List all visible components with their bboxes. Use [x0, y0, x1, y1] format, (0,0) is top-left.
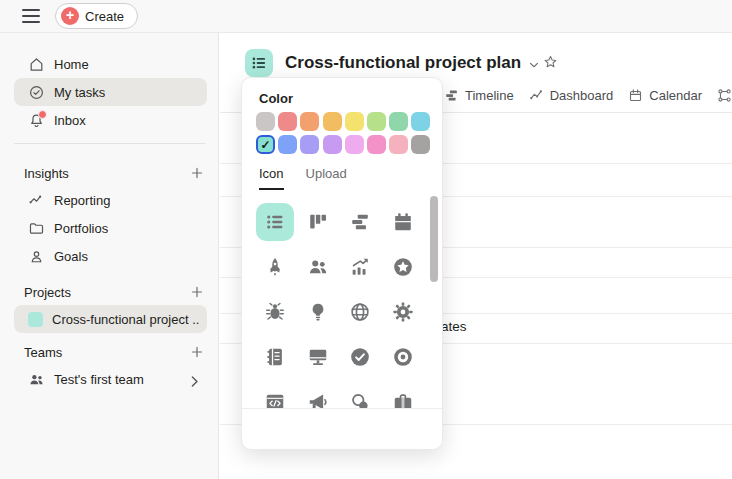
popup-tab-icon[interactable]: Icon — [259, 166, 284, 190]
star-icon — [542, 54, 559, 71]
project-icon-option-notebook[interactable] — [256, 338, 294, 376]
project-icon-option-target[interactable] — [384, 338, 422, 376]
project-icon-option-bug[interactable] — [256, 293, 294, 331]
add-teams-button[interactable] — [189, 344, 205, 360]
megaphone-icon — [307, 391, 329, 408]
plus-icon — [189, 284, 205, 300]
project-icon-option-rocket[interactable] — [256, 248, 294, 286]
color-swatch-grid: ✓ — [256, 112, 430, 154]
sidebar-item-label: My tasks — [54, 85, 105, 100]
project-icon-button[interactable] — [245, 49, 273, 77]
color-swatch-yellow[interactable] — [345, 112, 364, 131]
topbar: + Create — [0, 0, 732, 33]
project-icon-option-chart-growth[interactable] — [341, 248, 379, 286]
sidebar-item-portfolios[interactable]: Portfolios — [14, 214, 207, 242]
favorite-star-button[interactable] — [542, 54, 559, 71]
color-swatch-purple[interactable] — [323, 135, 342, 154]
plus-icon: + — [61, 7, 79, 25]
color-swatch-indigo[interactable] — [300, 135, 319, 154]
add-insights-button[interactable] — [189, 165, 205, 181]
calendar-icon — [392, 211, 414, 233]
create-button[interactable]: + Create — [55, 3, 138, 29]
person-icon — [28, 248, 45, 265]
partial-task-text: ates — [441, 319, 467, 334]
expand-team-chevron[interactable] — [186, 373, 199, 386]
popup-tab-upload[interactable]: Upload — [306, 166, 347, 190]
project-icon-option-board[interactable] — [299, 203, 337, 241]
project-icon-option-briefcase[interactable] — [384, 383, 422, 408]
project-icon-option-star-circle[interactable] — [384, 248, 422, 286]
project-icon-option-megaphone[interactable] — [299, 383, 337, 408]
globe-icon — [349, 301, 371, 323]
section-title: Projects — [24, 285, 71, 300]
project-icon-option-globe[interactable] — [341, 293, 379, 331]
sidebar-item-label: Goals — [54, 249, 88, 264]
project-icon-option-calendar[interactable] — [384, 203, 422, 241]
sidebar-item-label: Cross-functional project ... — [52, 312, 199, 327]
view-tabbar: TimelineDashboardCalendarWorkflow — [444, 80, 732, 110]
icon-color-picker-popup: Color ✓ IconUpload — [241, 77, 443, 450]
tab-dashboard-icon — [529, 88, 544, 103]
project-icon-option-chat[interactable] — [341, 383, 379, 408]
chat-icon — [349, 391, 371, 408]
tab-calendar[interactable]: Calendar — [628, 88, 702, 103]
scrollbar-thumb[interactable] — [430, 196, 438, 282]
tab-timeline[interactable]: Timeline — [444, 88, 514, 103]
color-swatch-pink[interactable] — [389, 135, 408, 154]
sidebar-item-label: Portfolios — [54, 221, 108, 236]
tab-calendar-icon — [628, 88, 643, 103]
sidebar-item-my-tasks[interactable]: My tasks — [14, 78, 207, 106]
color-swatch-orchid[interactable] — [345, 135, 364, 154]
tab-workflow-icon — [717, 88, 732, 103]
sidebar-toggle-button[interactable] — [22, 9, 40, 23]
project-menu-chevron[interactable] — [527, 58, 541, 72]
color-swatch-green[interactable] — [389, 112, 408, 131]
sidebar-item-test-s-first-team[interactable]: Test's first team — [14, 365, 207, 393]
sidebar-section-insights: Insights — [24, 160, 205, 186]
project-icon-option-lightbulb[interactable] — [299, 293, 337, 331]
sidebar-item-label: Home — [54, 57, 89, 72]
trend-icon — [28, 192, 45, 209]
project-icon-option-gear[interactable] — [384, 293, 422, 331]
color-swatch-gray[interactable] — [256, 112, 275, 131]
color-swatch-orange[interactable] — [300, 112, 319, 131]
color-swatch-blue[interactable] — [278, 135, 297, 154]
project-icon-option-people[interactable] — [299, 248, 337, 286]
section-title: Insights — [24, 166, 69, 181]
plus-icon — [189, 344, 205, 360]
check-circle-icon — [349, 346, 371, 368]
add-projects-button[interactable] — [189, 284, 205, 300]
target-icon — [392, 346, 414, 368]
color-swatch-dark-gray[interactable] — [411, 135, 430, 154]
create-button-label: Create — [85, 9, 124, 24]
sidebar-item-inbox[interactable]: Inbox — [14, 106, 207, 134]
team-icon — [28, 371, 45, 388]
sidebar-item-home[interactable]: Home — [14, 50, 207, 78]
color-swatch-red[interactable] — [278, 112, 297, 131]
tab-label: Timeline — [465, 88, 514, 103]
color-swatch-magenta[interactable] — [367, 135, 386, 154]
project-icon-option-check-circle[interactable] — [341, 338, 379, 376]
chevron-down-icon — [527, 58, 541, 72]
sidebar-section-teams: Teams — [24, 339, 205, 365]
icon-grid-bottom-divider — [242, 408, 442, 409]
tab-workflow[interactable]: Workflow — [717, 88, 732, 103]
notification-dot — [38, 110, 47, 119]
sidebar-item-cross-functional-project[interactable]: Cross-functional project ... — [14, 305, 207, 333]
project-icon-option-code[interactable] — [256, 383, 294, 408]
tab-timeline-icon — [444, 88, 459, 103]
project-icon-option-timeline[interactable] — [341, 203, 379, 241]
sidebar-item-reporting[interactable]: Reporting — [14, 186, 207, 214]
color-swatch-aqua[interactable]: ✓ — [256, 135, 275, 154]
tab-dashboard[interactable]: Dashboard — [529, 88, 614, 103]
color-swatch-yellow-green[interactable] — [367, 112, 386, 131]
folder-icon — [28, 220, 45, 237]
icon-grid — [256, 203, 430, 408]
sidebar-item-goals[interactable]: Goals — [14, 242, 207, 270]
sidebar-divider — [14, 143, 205, 144]
check-circle-outline-icon — [28, 84, 45, 101]
project-icon-option-monitor[interactable] — [299, 338, 337, 376]
project-icon-option-list[interactable] — [256, 203, 294, 241]
color-swatch-yellow-orange[interactable] — [323, 112, 342, 131]
color-swatch-light-blue[interactable] — [411, 112, 430, 131]
